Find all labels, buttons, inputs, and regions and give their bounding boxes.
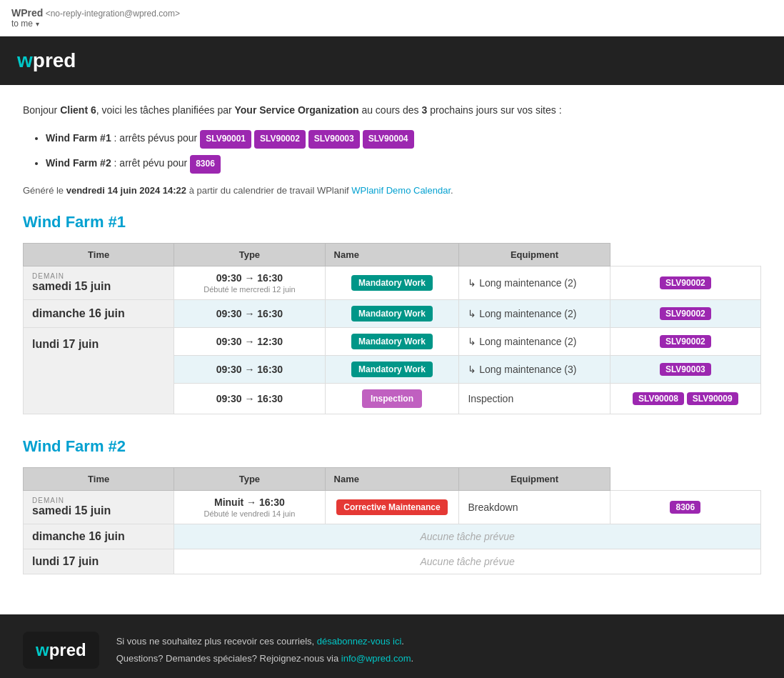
type-cell: Mandatory Work [325, 355, 459, 383]
time-sub: Débuté le mercredi 12 juin [183, 285, 316, 294]
org-name: Your Service Organization [235, 104, 359, 116]
footer-prefix: Si vous ne souhaitez plus recevoir ces c… [116, 636, 317, 647]
intro-text2: au cours des [359, 104, 422, 116]
day-label: DEMAIN [32, 272, 165, 280]
day-cell-sunday: dimanche 16 juin [24, 299, 174, 327]
chevron-down-icon[interactable]: ▾ [36, 20, 39, 28]
wind-farm-2-title: Wind Farm #2 [23, 437, 761, 456]
time-main: Minuit → 16:30 [183, 497, 316, 508]
footer-logo-w: w [36, 640, 49, 659]
time-cell: 09:30 → 16:30 [174, 383, 325, 414]
equipment-cell: 8306 [610, 490, 760, 524]
type-badge-mandatory: Mandatory Work [351, 306, 433, 321]
time-main: 09:30 → 12:30 [183, 336, 316, 347]
equipment-cell: SLV90002 [610, 327, 760, 355]
equip-badge: SLV90008 [633, 392, 684, 405]
table-row: lundi 17 juin 09:30 → 12:30 Mandatory Wo… [24, 327, 761, 355]
time-cell: 09:30 → 12:30 [174, 327, 325, 355]
badge-slv90003: SLV90003 [308, 130, 360, 149]
name-cell: ↳ Long maintenance (3) [459, 355, 610, 383]
day-name: lundi 17 juin [32, 338, 165, 351]
list-item: Wind Farm #1 : arrêts pévus pour SLV9000… [46, 129, 761, 149]
equipment-cell: SLV90002 [610, 266, 760, 299]
gen-prefix: Généré le [23, 185, 66, 196]
type-cell: Inspection [325, 383, 459, 414]
day-cell-saturday: DEMAIN samedi 15 juin [24, 266, 174, 299]
unsubscribe-link[interactable]: désabonnez-vous ici [317, 636, 402, 647]
table-row: dimanche 16 juin Aucune tâche prévue [24, 524, 761, 549]
wind-farm-2-table: Time Type Name Equipment DEMAIN samedi 1… [23, 467, 761, 574]
equipment-cell: SLV90008 SLV90009 [610, 383, 760, 414]
time-main: 09:30 → 16:30 [183, 308, 316, 319]
wplanif-link[interactable]: WPlanif Demo Calendar [351, 185, 451, 196]
day-name: dimanche 16 juin [32, 307, 165, 320]
type-badge-mandatory: Mandatory Work [351, 334, 433, 349]
day-cell-monday: lundi 17 juin [24, 549, 174, 574]
type-cell: Mandatory Work [325, 266, 459, 299]
wind-farm-1-table-wrapper: Time Type Name Equipment DEMAIN samedi 1… [23, 243, 761, 414]
time-cell: 09:30 → 16:30 Débuté le mercredi 12 juin [174, 266, 325, 299]
type-badge-mandatory: Mandatory Work [351, 275, 433, 291]
type-badge-corrective: Corrective Maintenance [336, 499, 447, 515]
name-cell: Breakdown [459, 490, 610, 524]
day-name: samedi 15 juin [32, 504, 165, 517]
footer-logo: wpred [36, 640, 86, 659]
table-header-row: Time Type Name Equipment [24, 243, 761, 266]
logo-w: w [17, 49, 33, 71]
list-item: Wind Farm #2 : arrêt pévu pour 8306 [46, 154, 761, 174]
equip-badge: SLV90002 [660, 276, 711, 289]
day-cell-monday: lundi 17 juin [24, 327, 174, 414]
generated-text: Généré le vendredi 14 juin 2024 14:22 à … [23, 185, 761, 196]
name-cell: ↳ Long maintenance (2) [459, 266, 610, 299]
badge-slv90004: SLV90004 [363, 130, 414, 149]
email-wrapper: WPred <no-reply-integration@wpred.com> t… [0, 0, 784, 678]
no-task-cell: Aucune tâche prévue [174, 524, 761, 549]
sender-email: <no-reply-integration@wpred.com> [46, 9, 180, 19]
day-name: dimanche 16 juin [32, 530, 165, 543]
type-cell: Corrective Maintenance [325, 490, 459, 524]
name-cell: ↳ Long maintenance (2) [459, 299, 610, 327]
footer-suffix: . [401, 636, 404, 647]
th-name: Name [325, 243, 459, 266]
type-badge-inspection: Inspection [362, 389, 422, 408]
equip-badge: SLV90003 [660, 363, 711, 376]
day-cell-sunday: dimanche 16 juin [24, 524, 174, 549]
logo-pred: pred [33, 49, 76, 71]
time-main: 09:30 → 16:30 [183, 364, 316, 375]
footer-logo-pred: pred [49, 640, 86, 659]
th-type: Type [174, 467, 325, 490]
th-type: Type [174, 243, 325, 266]
sender-name: WPred [11, 7, 43, 19]
intro-text1: , voici les tâches planifiées par [96, 104, 235, 116]
gen-middle: à partir du calendrier de travail WPlani… [186, 185, 351, 196]
equip-badge: SLV90009 [687, 392, 738, 405]
site2-name: Wind Farm #2 [46, 157, 111, 169]
type-badge-mandatory: Mandatory Work [351, 362, 433, 377]
footer-line2-prefix: Questions? Demandes spéciales? Rejoignez… [116, 653, 341, 664]
day-label: DEMAIN [32, 497, 165, 504]
type-cell: Mandatory Work [325, 327, 459, 355]
footer-text: Si vous ne souhaitez plus recevoir ces c… [116, 633, 413, 667]
site1-name: Wind Farm #1 [46, 132, 111, 144]
site1-badges: SLV90001 SLV90002 SLV90003 SLV90004 [200, 130, 413, 149]
footer-line2: Questions? Demandes spéciales? Rejoignez… [116, 650, 413, 667]
time-main: 09:30 → 16:30 [183, 272, 316, 284]
top-bar: wpred [0, 36, 784, 85]
equip-badge: SLV90002 [660, 335, 711, 348]
client-name: Client 6 [60, 104, 96, 116]
to-me-label: to me [11, 19, 33, 29]
th-equipment: Equipment [459, 467, 610, 490]
wind-farm-1-title: Wind Farm #1 [23, 213, 761, 231]
day-cell-saturday: DEMAIN samedi 15 juin [24, 490, 174, 524]
badge-slv90001: SLV90001 [200, 130, 251, 149]
email-body: Bonjour Client 6, voici les tâches plani… [0, 85, 784, 614]
badge-slv90002: SLV90002 [254, 130, 306, 149]
sites-list: Wind Farm #1 : arrêts pévus pour SLV9000… [46, 129, 761, 173]
table-row: lundi 17 juin Aucune tâche prévue [24, 549, 761, 574]
time-sub: Débuté le vendredi 14 juin [183, 509, 316, 518]
equip-badge: SLV90002 [660, 307, 711, 320]
intro-text3: prochains jours sur vos sites : [427, 104, 561, 116]
th-name: Name [325, 467, 459, 490]
table-row: DEMAIN samedi 15 juin Minuit → 16:30 Déb… [24, 490, 761, 524]
footer-email-link[interactable]: info@wpred.com [341, 653, 411, 664]
